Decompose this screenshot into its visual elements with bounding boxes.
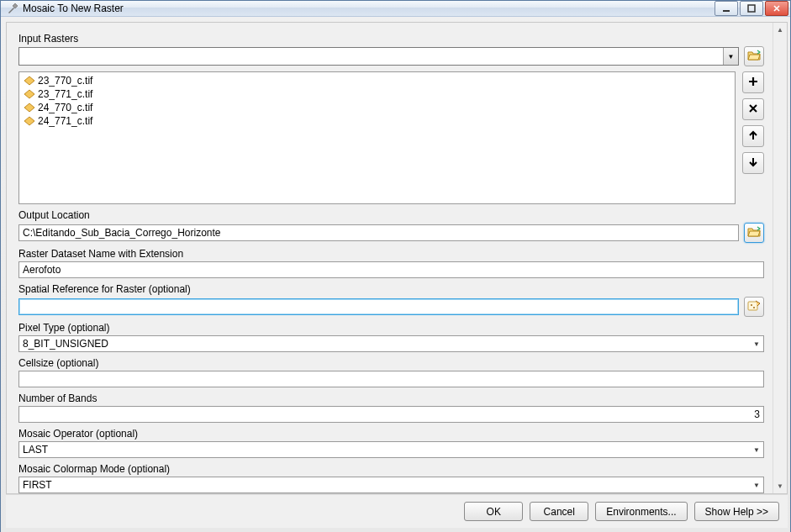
browse-output-button[interactable] (744, 223, 764, 243)
input-rasters-label: Input Rasters (18, 33, 764, 45)
show-help-button[interactable]: Show Help >> (694, 502, 779, 521)
colormap-mode-value: FIRST (23, 479, 52, 491)
svg-rect-1 (748, 5, 755, 12)
cellsize-input[interactable] (18, 371, 764, 387)
dataset-name-input[interactable]: Aerofoto (18, 261, 764, 278)
cancel-label: Cancel (544, 506, 575, 518)
folder-open-icon (747, 50, 761, 64)
raster-icon (23, 75, 36, 87)
spatial-ref-props-button[interactable] (744, 297, 764, 317)
list-item[interactable]: 23_771_c.tif (19, 87, 735, 101)
chevron-down-icon[interactable]: ▼ (723, 48, 738, 65)
chevron-down-icon[interactable]: ▼ (753, 340, 760, 348)
ok-button[interactable]: OK (464, 502, 523, 521)
tool-window: Mosaic To New Raster Input Rasters ▼ (0, 0, 791, 532)
cancel-button[interactable]: Cancel (530, 502, 588, 521)
dataset-name-value: Aerofoto (23, 264, 61, 276)
pixel-type-value: 8_BIT_UNSIGNED (23, 338, 108, 350)
list-item-label: 23_771_c.tif (38, 88, 92, 100)
list-item-label: 24_770_c.tif (38, 102, 92, 113)
hammer-icon (6, 2, 19, 15)
svg-rect-2 (748, 302, 757, 310)
list-item[interactable]: 24_771_c.tif (19, 114, 735, 128)
svg-rect-0 (723, 10, 730, 12)
raster-icon (23, 115, 36, 127)
properties-icon (747, 300, 761, 314)
pixel-type-select[interactable]: 8_BIT_UNSIGNED ▼ (18, 335, 764, 352)
colormap-mode-select[interactable]: FIRST ▼ (18, 477, 764, 493)
colormap-mode-label: Mosaic Colormap Mode (optional) (18, 463, 764, 475)
cellsize-label: Cellsize (optional) (18, 357, 764, 369)
remove-button[interactable] (742, 98, 764, 120)
spatial-ref-input[interactable] (18, 298, 739, 315)
list-item[interactable]: 24_770_c.tif (19, 101, 735, 114)
arrow-up-icon (747, 129, 759, 144)
x-icon (747, 103, 759, 117)
svg-point-3 (751, 304, 752, 306)
output-location-value: C:\Editando_Sub_Bacia_Corrego_Horizonte (23, 227, 220, 239)
move-down-button[interactable] (742, 152, 764, 174)
list-item-label: 23_770_c.tif (38, 75, 92, 87)
list-buttons (742, 71, 764, 204)
close-button[interactable] (765, 1, 788, 16)
move-up-button[interactable] (742, 125, 764, 147)
titlebar[interactable]: Mosaic To New Raster (1, 1, 790, 17)
bands-label: Number of Bands (18, 392, 764, 404)
svg-point-4 (753, 307, 755, 308)
scroll-down-icon[interactable]: ▼ (773, 479, 787, 493)
maximize-button[interactable] (740, 1, 763, 16)
ok-label: OK (487, 506, 501, 518)
input-rasters-list[interactable]: 23_770_c.tif 23_771_c.tif 24_770_c.tif (18, 71, 736, 204)
mosaic-op-select[interactable]: LAST ▼ (18, 441, 764, 458)
mosaic-op-value: LAST (23, 444, 48, 456)
minimize-button[interactable] (715, 1, 738, 16)
bands-value: 3 (754, 408, 760, 420)
env-label: Environments... (606, 506, 676, 518)
pixel-type-label: Pixel Type (optional) (18, 322, 764, 334)
spatial-ref-label: Spatial Reference for Raster (optional) (18, 283, 764, 295)
content-frame: Input Rasters ▼ (6, 22, 788, 494)
chevron-down-icon[interactable]: ▼ (753, 446, 760, 454)
add-button[interactable] (742, 71, 764, 93)
environments-button[interactable]: Environments... (595, 502, 687, 521)
window-controls (715, 1, 788, 16)
scroll-up-icon[interactable]: ▲ (773, 23, 787, 37)
raster-icon (23, 102, 36, 113)
form-area: Input Rasters ▼ (7, 23, 773, 493)
plus-icon (747, 76, 759, 90)
output-location-input[interactable]: C:\Editando_Sub_Bacia_Corrego_Horizonte (18, 224, 739, 241)
mosaic-op-label: Mosaic Operator (optional) (18, 428, 764, 440)
list-item[interactable]: 23_770_c.tif (19, 74, 735, 87)
dialog-footer: OK Cancel Environments... Show Help >> (6, 494, 788, 528)
arrow-down-icon (747, 156, 759, 171)
window-title: Mosaic To New Raster (23, 3, 715, 14)
dataset-name-label: Raster Dataset Name with Extension (18, 248, 764, 260)
vertical-scrollbar[interactable]: ▲ ▼ (773, 23, 787, 493)
folder-open-icon (747, 226, 761, 240)
raster-icon (23, 88, 36, 100)
input-rasters-combo[interactable]: ▼ (18, 47, 739, 66)
browse-input-button[interactable] (744, 46, 764, 66)
output-location-label: Output Location (18, 209, 764, 221)
help-label: Show Help >> (705, 506, 768, 518)
bands-input[interactable]: 3 (18, 406, 764, 423)
list-item-label: 24_771_c.tif (38, 115, 92, 127)
chevron-down-icon[interactable]: ▼ (753, 482, 760, 489)
content-outer: Input Rasters ▼ (1, 17, 790, 532)
